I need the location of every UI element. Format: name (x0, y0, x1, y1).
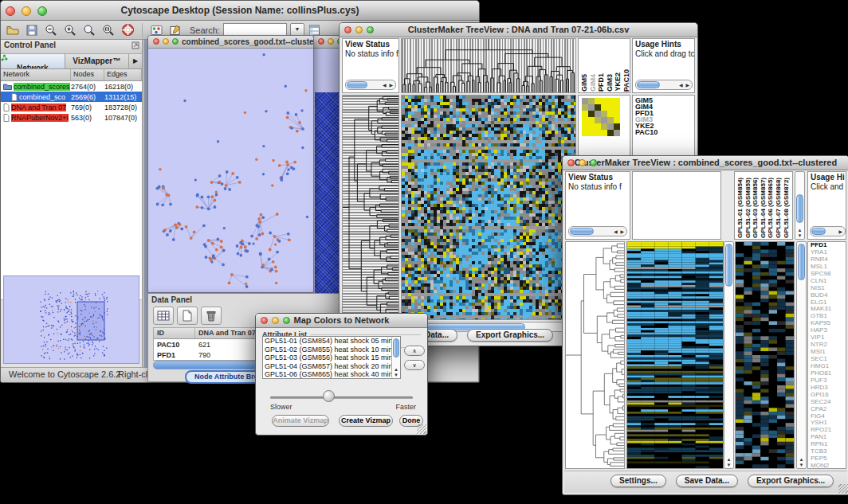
animate-vizmap-button[interactable]: Animate Vizmap (272, 415, 329, 427)
control-panel-tabs: Network VizMapper™ ▶ (1, 54, 142, 69)
heatmap-vertical-scrollbar[interactable]: ▲▼ (724, 241, 734, 469)
animation-speed-slider-track[interactable] (270, 397, 413, 399)
open-folder-icon[interactable] (6, 23, 20, 37)
array-label: GIM5 (580, 74, 588, 92)
gene-dendrogram[interactable] (342, 95, 399, 320)
close-button[interactable] (344, 26, 351, 33)
treeview-dna-title-bar[interactable]: ClusterMaker TreeView : DNA and Tran 07-… (340, 23, 697, 37)
delete-icon[interactable] (201, 307, 222, 325)
minimize-button[interactable] (579, 159, 586, 166)
settings-button[interactable]: Settings... (610, 475, 666, 487)
save-icon[interactable] (25, 23, 39, 37)
attribute-list-item[interactable]: GPL51-01 (GSM854) heat shock 05 min (263, 337, 400, 346)
zoom-fit-icon[interactable] (82, 23, 96, 37)
array-dendrogram[interactable] (401, 38, 576, 93)
expression-heatmap[interactable] (626, 241, 724, 469)
resize-grip[interactable] (838, 484, 848, 494)
view-status-scrollbar[interactable]: ◀ ▶ (345, 80, 396, 90)
array-label: GIM4 (589, 74, 597, 92)
close-button[interactable] (318, 38, 324, 45)
move-up-button[interactable]: ∧ (404, 346, 425, 356)
close-button[interactable] (153, 38, 159, 45)
array-dendrogram[interactable] (632, 171, 721, 240)
close-button[interactable] (567, 159, 575, 166)
view-status-scrollbar[interactable]: ◀ ▶ (568, 226, 627, 236)
zoom-out-icon[interactable] (44, 23, 58, 37)
usage-hints-panel: Usage Hints Click and drag tc ◀ ▶ (632, 38, 695, 93)
tab-network[interactable]: Network (1, 54, 65, 68)
zoom-button[interactable] (37, 6, 47, 16)
network-overview-thumbnail[interactable] (3, 275, 139, 364)
frame-title: combined_scores_good.txt--cluste... (182, 37, 313, 46)
attribute-list-item[interactable]: GPL51-04 (GSM857) heat shock 20 min (263, 362, 400, 371)
zoom-selected-icon[interactable] (101, 23, 116, 37)
attribute-list-item[interactable]: GPL51-03 (GSM856) heat shock 15 min (263, 354, 400, 362)
slower-label: Slower (270, 403, 292, 411)
attribute-list-item[interactable]: GPL51-07 (GSM868) heat shock 60 min (263, 379, 400, 380)
new-document-icon[interactable] (177, 307, 198, 325)
edge-count: 107847(0) (104, 114, 142, 122)
window-title: ClusterMaker TreeView : combined_scores_… (575, 158, 837, 167)
network-list-item[interactable]: combined_scores 2764(0) 16218(0) (1, 81, 142, 92)
frame-title-bar[interactable]: combined_scores_good.txt--cluste... (148, 36, 313, 49)
zoom-button[interactable] (367, 26, 374, 33)
resize-grip[interactable] (417, 424, 426, 434)
gene-name-list[interactable]: PFD1YRA1RNR4MSL1SPC98CLN1NIS1BUD4ELG1MAK… (807, 241, 846, 469)
help-lifering-icon[interactable] (120, 23, 135, 37)
column-header-id[interactable]: ID (154, 328, 195, 338)
zoom-heatmap[interactable] (735, 241, 795, 469)
minimize-button[interactable] (163, 38, 169, 45)
network-name: DNA and Tran 07 (11, 104, 66, 111)
array-label: GPL51-03 (GSM856) (752, 178, 759, 238)
window-title: Cytoscape Desktop (Session Name: collins… (121, 5, 359, 16)
upper-vertical-scrollbar[interactable]: ▲▼ (795, 171, 805, 240)
close-button[interactable] (6, 6, 15, 16)
zoom-button[interactable] (172, 38, 179, 45)
gene-label: MON2 (811, 463, 846, 469)
network-table-header: Network Nodes Edges (1, 69, 142, 81)
minimize-button[interactable] (328, 38, 334, 45)
expression-heatmap[interactable] (401, 95, 576, 320)
usage-hints-scrollbar[interactable]: ▶ (810, 226, 846, 236)
table-icon[interactable] (153, 307, 174, 325)
zoom-button[interactable] (283, 317, 290, 324)
export-graphics-button[interactable]: Export Graphics... (748, 475, 834, 487)
create-vizmap-button[interactable]: Create Vizmap (339, 415, 393, 427)
network-list-item[interactable]: combined_sco 2569(6) 13112(15) (1, 92, 142, 102)
array-label: PFD1 (597, 73, 605, 92)
network-list-item[interactable]: DNA and Tran 07 769(0) 183728(0) (1, 102, 142, 112)
tab-overflow-button[interactable]: ▶ (129, 54, 142, 68)
save-data-button[interactable]: Save Data... (676, 475, 738, 487)
network-name: RNAPuberNov2+I (11, 114, 69, 122)
close-button[interactable] (261, 317, 268, 324)
toolbar-separator (142, 23, 143, 37)
attribute-list-item[interactable]: GPL51-02 (GSM855) heat shock 10 min (263, 346, 400, 354)
minimize-button[interactable] (272, 317, 279, 324)
float-panel-icon[interactable] (132, 41, 139, 49)
export-graphics-button[interactable]: Export Graphics... (467, 329, 553, 342)
attribute-list[interactable]: GPL51-01 (GSM854) heat shock 05 minGPL51… (262, 336, 401, 379)
array-label: GPL51-07 (GSM868) (775, 178, 782, 238)
zoom-button[interactable] (590, 159, 597, 166)
zoom-vertical-scrollbar[interactable]: ▲▼ (796, 241, 807, 469)
treeview-combined-title-bar[interactable]: ClusterMaker TreeView : combined_scores_… (563, 156, 848, 170)
gene-dendrogram[interactable] (565, 241, 625, 469)
attribute-list-item[interactable]: GPL51-06 (GSM865) heat shock 40 min (263, 370, 400, 379)
faster-label: Faster (395, 403, 416, 411)
view-status-panel: View Status No status info f ◀ ▶ (342, 38, 399, 93)
move-down-button[interactable]: ∨ (404, 360, 425, 370)
dialog-title-bar[interactable]: Map Colors to Network (256, 314, 427, 328)
array-label: GPL51-02 (GSM855) (744, 178, 752, 238)
network-canvas[interactable] (149, 49, 312, 291)
minimize-button[interactable] (355, 26, 363, 33)
usage-hints-scrollbar[interactable]: ◀ ▶ (635, 80, 693, 90)
tab-vizmapper[interactable]: VizMapper™ (65, 54, 130, 68)
animation-speed-slider[interactable] (323, 390, 335, 402)
zoom-in-icon[interactable] (63, 23, 77, 37)
network-list-item[interactable]: RNAPuberNov2+I 563(0) 107847(0) (1, 112, 142, 123)
minimize-button[interactable] (22, 6, 31, 16)
summary-heatmap[interactable] (582, 98, 620, 136)
attribute-list-scrollbar[interactable]: ▲▼ (391, 337, 400, 378)
main-title-bar[interactable]: Cytoscape Desktop (Session Name: collins… (1, 1, 479, 21)
network-list-empty-area (1, 123, 142, 300)
